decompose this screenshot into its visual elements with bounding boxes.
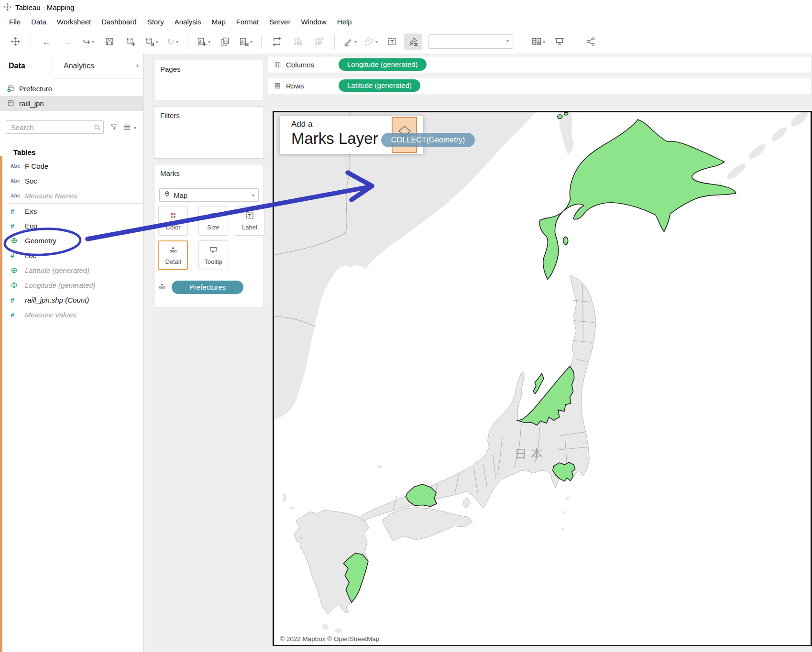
highlight-icon[interactable]: ▾ <box>341 33 359 50</box>
field-label: Soc <box>25 177 37 185</box>
menu-item-help[interactable]: Help <box>332 14 357 30</box>
toolbar: ←→↪▾▾↻▾▾▾▾▾▾▾ <box>0 30 812 54</box>
menu-item-story[interactable]: Story <box>142 14 169 30</box>
rows-shelf[interactable]: Rows Latitude (generated) <box>268 77 812 94</box>
field-f-code[interactable]: AbcF Code <box>0 159 143 174</box>
pages-card[interactable]: Pages <box>154 60 264 100</box>
filters-card[interactable]: Filters <box>154 106 264 159</box>
save-icon[interactable] <box>100 33 119 50</box>
undo-icon[interactable]: ← <box>37 33 55 50</box>
chevron-down-icon: ▾ <box>176 39 178 44</box>
share-icon[interactable] <box>582 33 600 50</box>
globe-icon <box>11 282 25 289</box>
menu-item-window[interactable]: Window <box>296 14 331 30</box>
show-mark-labels-icon[interactable] <box>383 33 401 50</box>
number-icon: # <box>11 252 25 260</box>
longitude-pill[interactable]: Longitude (generated) <box>339 58 427 71</box>
menu-item-format[interactable]: Format <box>231 14 264 30</box>
duplicate-sheet-icon[interactable] <box>216 33 234 50</box>
menu-item-server[interactable]: Server <box>264 14 296 30</box>
search-input[interactable] <box>10 123 88 132</box>
field-longitude-generated-[interactable]: Longitude (generated) <box>0 278 143 293</box>
marks-button-label: Detail <box>165 258 181 265</box>
presentation-mode-icon[interactable] <box>550 33 569 50</box>
menu-item-file[interactable]: File <box>4 14 26 30</box>
field-exs[interactable]: #Exs <box>0 204 143 218</box>
chevron-down-icon: ▾ <box>156 39 158 44</box>
show-me-icon[interactable]: ▾ <box>529 33 548 50</box>
menu-item-data[interactable]: Data <box>26 14 52 30</box>
datasource-icon <box>7 99 15 108</box>
field-raill-jpn-shp-count-[interactable]: #raill_jpn.shp (Count) <box>0 293 143 307</box>
latitude-pill[interactable]: Latitude (generated) <box>339 79 420 92</box>
prefectures-pill[interactable]: Prefectures <box>172 281 243 294</box>
collect-geometry-drag-pill[interactable]: COLLECT(Geometry) <box>381 133 475 147</box>
marks-button-detail[interactable]: Detail <box>158 240 188 270</box>
refresh-icon[interactable]: ↻▾ <box>164 33 182 50</box>
clear-sheet-icon[interactable]: ▾ <box>237 33 255 50</box>
menu-item-map[interactable]: Map <box>207 14 231 30</box>
sort-descending-icon[interactable] <box>310 33 328 50</box>
tableau-app-icon <box>3 2 12 13</box>
field-latitude-generated-[interactable]: Latitude (generated) <box>0 263 143 278</box>
columns-icon <box>274 61 281 68</box>
marks-card-title: Marks <box>154 164 263 177</box>
search-row: ▾ <box>6 120 143 135</box>
columns-shelf[interactable]: Columns Longitude (generated) <box>268 56 812 73</box>
field-measure-values[interactable]: #Measure Values <box>0 307 143 322</box>
field-loc[interactable]: #Loc <box>0 248 143 263</box>
field-soc[interactable]: AbcSoc <box>0 174 143 188</box>
field-measure-names[interactable]: AbcMeasure Names <box>0 188 143 203</box>
view-options-caret-icon[interactable]: ▾ <box>134 125 136 130</box>
field-eco[interactable]: #Eco <box>0 218 143 233</box>
pause-updates-icon[interactable]: ▾ <box>143 33 161 50</box>
replay-icon[interactable]: ↪▾ <box>79 33 98 50</box>
field-label: Measure Values <box>25 311 77 319</box>
menu-item-worksheet[interactable]: Worksheet <box>52 14 96 30</box>
collapse-pane-icon[interactable]: ‹ <box>136 54 139 77</box>
size-icon <box>209 211 218 221</box>
datasource-raill_jpn[interactable]: raill_jpn <box>0 96 143 111</box>
group-members-icon[interactable]: ▾ <box>362 33 380 50</box>
marks-button-tooltip[interactable]: Tooltip <box>198 240 228 270</box>
marks-button-color[interactable]: Color <box>158 206 188 236</box>
mark-type-dropdown[interactable]: Map ▾ <box>159 188 259 202</box>
datasource-Prefecture[interactable]: Prefecture <box>0 81 143 96</box>
map-view[interactable]: 日本 Add a Marks Layer COLLECT(Geometry) ©… <box>273 111 812 646</box>
marks-button-label[interactable]: Label <box>235 206 264 236</box>
text-icon: Abc <box>11 163 25 169</box>
fit-dropdown[interactable]: ▾ <box>428 34 513 49</box>
svg-text:日本: 日本 <box>515 447 547 460</box>
mark-type-value: Map <box>174 191 187 199</box>
menu-item-analysis[interactable]: Analysis <box>169 14 207 30</box>
tooltip-icon <box>209 246 218 256</box>
menu-bar: FileDataWorksheetDashboardStoryAnalysisM… <box>0 14 812 30</box>
redo-icon[interactable]: → <box>58 33 77 50</box>
datasource-label: Prefecture <box>19 85 52 93</box>
tableau-logo-icon[interactable] <box>6 33 24 50</box>
field-label: Measure Names <box>25 192 77 200</box>
field-geometry[interactable]: Geometry <box>0 233 143 248</box>
filters-card-title: Filters <box>154 107 263 120</box>
marks-button-label: Label <box>242 224 257 231</box>
menu-item-dashboard[interactable]: Dashboard <box>96 14 142 30</box>
fix-axes-icon[interactable] <box>404 33 422 50</box>
tab-data[interactable]: Data <box>0 54 52 78</box>
japan-map[interactable]: 日本 <box>274 112 811 645</box>
tab-analytics[interactable]: Analytics <box>52 54 131 78</box>
filter-fields-icon[interactable] <box>110 123 118 133</box>
chevron-down-icon: ▾ <box>375 39 378 44</box>
new-worksheet-icon[interactable]: ▾ <box>195 33 213 50</box>
data-pane: Data Analytics ‹ Prefectureraill_jpn ▾ T… <box>0 54 144 652</box>
chevron-down-icon: ▾ <box>250 39 252 44</box>
sort-ascending-icon[interactable] <box>289 33 307 50</box>
shelf-divider <box>334 80 334 91</box>
new-datasource-icon[interactable] <box>121 33 140 50</box>
search-box[interactable] <box>6 120 104 134</box>
field-label: Loc <box>25 251 36 260</box>
view-options-icon[interactable] <box>123 123 131 133</box>
rows-shelf-label: Rows <box>286 82 334 90</box>
marks-button-label: Tooltip <box>204 258 222 265</box>
swap-axes-icon[interactable] <box>268 33 286 50</box>
marks-button-size[interactable]: Size <box>198 206 228 236</box>
